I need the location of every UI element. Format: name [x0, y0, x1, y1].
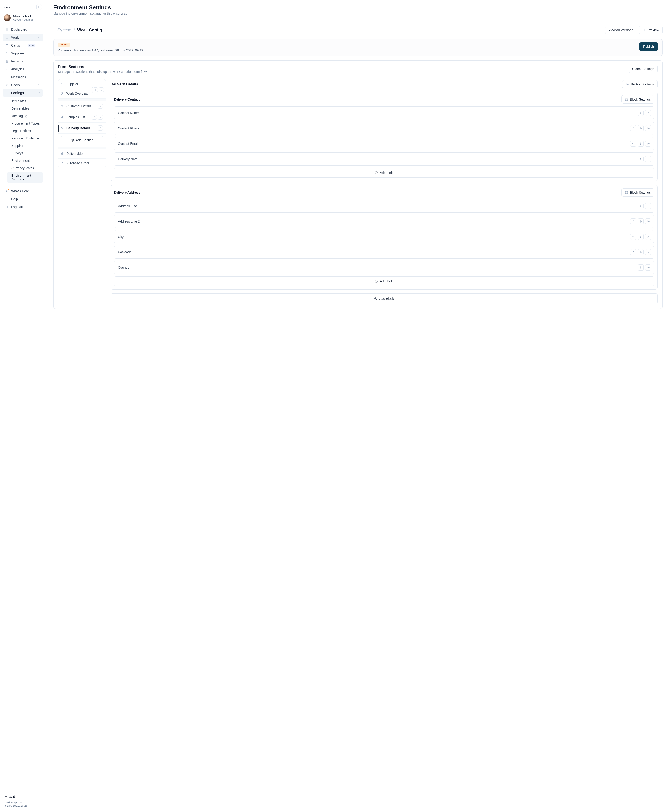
field-row[interactable]: Address Line 1 [114, 200, 654, 212]
publish-button[interactable]: Publish [639, 42, 658, 51]
block-settings-button[interactable]: Block Settings [621, 95, 654, 103]
sidebar-item-messages[interactable]: Messages [3, 73, 43, 81]
field-row[interactable]: City [114, 230, 654, 243]
field-settings-button[interactable] [645, 141, 651, 147]
section-number: 2 [61, 92, 64, 95]
move-down-button[interactable] [638, 219, 644, 224]
sidebar-item-messaging[interactable]: Messaging [7, 112, 43, 120]
field-settings-button[interactable] [645, 203, 651, 209]
field-settings-button[interactable] [645, 219, 651, 224]
section-number: 6 [61, 152, 64, 156]
move-down-button[interactable] [98, 115, 103, 120]
sidebar-item-cards[interactable]: Cards NEW [3, 41, 43, 49]
sidebar-collapse-button[interactable] [36, 4, 42, 10]
field-settings-button[interactable] [645, 125, 651, 131]
move-down-button[interactable] [638, 125, 644, 131]
field-settings-button[interactable] [645, 249, 651, 255]
sidebar-item-help[interactable]: Help [3, 195, 43, 203]
sidebar-item-whats-new[interactable]: What's New [3, 187, 43, 195]
move-down-button[interactable] [638, 203, 644, 209]
svg-point-24 [648, 221, 649, 222]
section-item-sample-custom[interactable]: 4 Sample Custom Section [58, 112, 106, 123]
field-row[interactable]: Contact Name [114, 107, 654, 119]
field-row[interactable]: Postcode [114, 246, 654, 259]
preview-button[interactable]: Preview [639, 26, 663, 34]
move-down-button[interactable] [638, 234, 644, 240]
move-down-button[interactable] [638, 249, 644, 255]
svg-rect-0 [6, 29, 7, 29]
move-down-button[interactable] [98, 103, 103, 109]
section-item-delivery-details[interactable]: 5 Delivery Details [58, 123, 106, 134]
sidebar-item-supplier[interactable]: Supplier [7, 142, 43, 149]
field-row[interactable]: Address Line 2 [114, 215, 654, 228]
block-settings-button[interactable]: Block Settings [621, 188, 654, 197]
global-settings-button[interactable]: Global Settings [629, 65, 658, 73]
add-field-button[interactable]: Add Field [114, 276, 654, 286]
sidebar-item-environment[interactable]: Environment [7, 157, 43, 164]
block-title: Delivery Contact [114, 98, 140, 101]
move-up-button[interactable] [630, 249, 636, 255]
sidebar-item-label: Messages [11, 75, 41, 79]
move-down-button[interactable] [638, 141, 644, 147]
breadcrumb-back[interactable]: System [53, 28, 71, 32]
sidebar-item-deliverables[interactable]: Deliverables [7, 105, 43, 112]
field-controls [630, 141, 651, 147]
sidebar-item-logout[interactable]: Log Out [3, 203, 43, 211]
section-item-deliverables[interactable]: 6 Deliverables [58, 149, 106, 159]
card-icon [5, 44, 9, 47]
gear-icon [5, 91, 9, 95]
svg-rect-7 [6, 76, 8, 78]
account-row[interactable]: Monica Hall Account settings [0, 12, 46, 25]
svg-point-13 [643, 30, 645, 31]
field-settings-button[interactable] [645, 234, 651, 240]
move-up-button[interactable] [638, 156, 644, 162]
sidebar-item-environment-settings[interactable]: Environment Settings [7, 172, 43, 183]
sidebar-item-label: Settings [11, 91, 36, 95]
move-up-button[interactable] [630, 234, 636, 240]
gear-icon [626, 83, 629, 86]
field-settings-button[interactable] [645, 264, 651, 271]
move-up-button[interactable] [98, 125, 103, 131]
sidebar-item-dashboard[interactable]: Dashboard [3, 25, 43, 34]
sidebar-item-invoices[interactable]: Invoices [3, 57, 43, 65]
view-all-versions-button[interactable]: View all Versions [605, 26, 637, 34]
section-settings-button[interactable]: Section Settings [622, 80, 658, 88]
add-block-button[interactable]: Add Block [110, 293, 658, 304]
sidebar-item-label: Environment Settings [12, 174, 41, 181]
section-item-customer-details[interactable]: 3 Customer Details [58, 101, 106, 112]
field-row[interactable]: Contact Phone [114, 122, 654, 135]
field-settings-button[interactable] [645, 110, 651, 116]
move-up-button[interactable] [630, 125, 636, 131]
field-row[interactable]: Country [114, 261, 654, 274]
help-icon [5, 197, 9, 201]
gear-icon [625, 98, 628, 101]
sidebar-item-analytics[interactable]: Analytics [3, 65, 43, 73]
section-item-purchase-order[interactable]: 7 Purchase Order [58, 159, 106, 168]
field-row[interactable]: Delivery Note [114, 153, 654, 166]
sidebar-item-work[interactable]: Work [3, 34, 43, 41]
move-down-button[interactable] [638, 110, 644, 116]
add-field-button[interactable]: Add Field [114, 168, 654, 178]
sidebar-item-legal-entities[interactable]: Legal Entities [7, 127, 43, 134]
move-up-button[interactable] [91, 115, 97, 120]
move-up-button[interactable] [630, 141, 636, 147]
field-controls [638, 203, 651, 209]
sidebar-item-templates[interactable]: Templates [7, 97, 43, 105]
field-row[interactable]: Contact Email [114, 137, 654, 150]
collapse-icon [38, 5, 41, 8]
move-up-button[interactable] [638, 264, 644, 271]
field-settings-button[interactable] [645, 156, 651, 162]
field-label: Contact Name [118, 111, 139, 115]
move-up-button[interactable] [630, 219, 636, 224]
field-label: Country [118, 266, 129, 270]
sidebar-item-label: Deliverables [12, 107, 41, 110]
sidebar-item-settings[interactable]: Settings [3, 89, 43, 97]
add-section-button[interactable]: Add Section [61, 136, 103, 144]
sidebar-item-surveys[interactable]: Surveys [7, 149, 43, 157]
sidebar-item-required-evidence[interactable]: Required Evidence [7, 134, 43, 142]
sidebar-item-currency-rates[interactable]: Currency Rates [7, 164, 43, 172]
sidebar-item-users[interactable]: Users [3, 81, 43, 89]
section-item-work-overview[interactable]: 2 Work Overview [58, 89, 106, 98]
sidebar-item-suppliers[interactable]: Suppliers [3, 49, 43, 57]
sidebar-item-procurement-types[interactable]: Procurement Types [7, 120, 43, 127]
